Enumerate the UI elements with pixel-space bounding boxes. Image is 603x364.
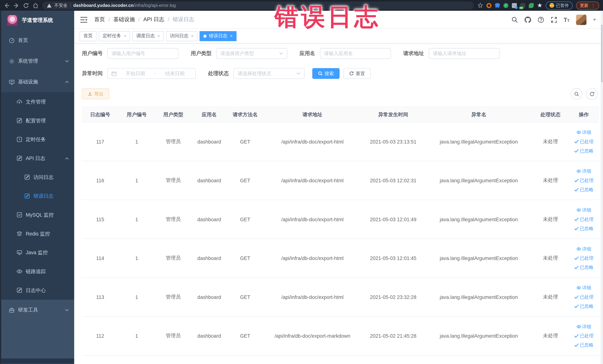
mark-processed-link[interactable]: 已处理	[574, 138, 593, 145]
detail-link[interactable]: 详细	[576, 168, 591, 175]
detail-link[interactable]: 详细	[576, 129, 591, 136]
font-size-icon[interactable]: TT	[564, 17, 570, 23]
table-row[interactable]: 115 1 管理员 dashboard GET /api/infra/db-do…	[82, 200, 599, 239]
mark-processed-link[interactable]: 已处理	[574, 294, 593, 300]
home-icon[interactable]	[33, 2, 38, 8]
table-row[interactable]: 112 1 管理员 dashboard GET /api/infra/db-do…	[82, 316, 599, 355]
table-row[interactable]: 113 1 管理员 dashboard GET /api/infra/db-do…	[82, 278, 599, 317]
sidebar-item-系统管理[interactable]: 系统管理	[1, 51, 74, 71]
mark-ignored-link[interactable]: 已忽略	[574, 148, 593, 154]
sidebar-item-MySQL 监控[interactable]: MySQL 监控	[1, 205, 74, 224]
reset-button[interactable]: 重置	[344, 68, 371, 79]
sidebar-item-定时任务[interactable]: 定时任务	[1, 130, 74, 149]
sidebar-item-日志中心[interactable]: 日志中心	[1, 281, 74, 300]
cell-user-type: 管理员	[155, 316, 191, 355]
sidebar-item-API 日志[interactable]: API 日志	[1, 149, 74, 168]
scrollbar-track[interactable]	[601, 11, 603, 364]
check-icon	[574, 265, 579, 270]
fullscreen-icon[interactable]	[551, 16, 557, 23]
exception-time-range-picker[interactable]: 开始日期 - 结束日期	[107, 68, 196, 79]
export-button[interactable]: 导出	[82, 88, 109, 99]
extension-dark-on-badge[interactable]: on	[520, 3, 525, 8]
github-icon[interactable]	[524, 16, 531, 23]
chevron-down-icon[interactable]	[593, 19, 596, 22]
extension-white-puzzle[interactable]	[537, 3, 542, 8]
sidebar-item-Java 监控[interactable]: Java 监控	[1, 243, 74, 262]
mark-processed-link[interactable]: 已处理	[574, 332, 593, 339]
scrollbar-thumb[interactable]	[601, 25, 603, 82]
emoji-face-icon	[550, 3, 554, 8]
refresh-table-button[interactable]	[586, 88, 598, 100]
tab-首页[interactable]: 首页	[80, 31, 96, 41]
breadcrumb-item[interactable]: 基础设施	[114, 16, 135, 23]
avatar[interactable]	[576, 14, 587, 25]
search-button[interactable]: 搜索	[312, 68, 340, 79]
close-icon[interactable]: ×	[191, 34, 194, 38]
extension-orange-ring[interactable]	[487, 3, 491, 8]
table-row[interactable]: 117 1 管理员 dashboard GET /api/infra/db-do…	[82, 122, 599, 161]
app-name-input[interactable]: 请输入应用名	[320, 48, 391, 59]
reload-icon[interactable]	[23, 2, 29, 8]
bookmark-star-icon[interactable]	[478, 3, 483, 8]
paused-badge[interactable]: 已暂停	[546, 1, 573, 10]
extension-green-leaf[interactable]	[529, 3, 534, 8]
table-row[interactable]: 114 1 管理员 dashboard GET /api/infra/db-do…	[82, 239, 599, 278]
mark-ignored-link[interactable]: 已忽略	[574, 186, 593, 193]
mark-processed-link[interactable]: 已处理	[574, 177, 593, 184]
address-bar[interactable]: 不安全 dashboard.yudao.iocoder.cn/infra/log…	[42, 1, 474, 10]
breadcrumb-separator: /	[108, 16, 110, 23]
tab-访问日志[interactable]: 访问日志×	[166, 31, 197, 41]
cell-app-name: dashboard	[191, 316, 227, 355]
mark-processed-link[interactable]: 已处理	[574, 255, 593, 261]
sidebar-item-研发工具[interactable]: 研发工具	[1, 300, 74, 320]
detail-link[interactable]: 详细	[576, 246, 591, 252]
security-label[interactable]: 不安全	[54, 2, 68, 8]
sidebar-toggle-icon[interactable]	[81, 17, 87, 23]
sidebar-item-文件管理[interactable]: 文件管理	[1, 92, 74, 111]
sidebar-item-基础设施[interactable]: 基础设施	[1, 71, 74, 92]
breadcrumb-item[interactable]: 首页	[94, 16, 105, 23]
cell-app-name: dashboard	[191, 200, 227, 239]
sidebar-item-配置管理[interactable]: 配置管理	[1, 111, 74, 130]
breadcrumb-separator: /	[168, 16, 169, 23]
close-icon[interactable]: ×	[157, 34, 160, 38]
sidebar-item-错误日志[interactable]: 错误日志	[1, 187, 74, 205]
breadcrumb-item[interactable]: API 日志	[143, 16, 164, 23]
mark-ignored-link[interactable]: 已忽略	[574, 225, 593, 232]
tab-调度日志[interactable]: 调度日志×	[133, 31, 164, 41]
toggle-search-button[interactable]	[571, 88, 582, 100]
process-status-select[interactable]: 请选择处理状态	[233, 68, 304, 79]
extension-green-check[interactable]: ✓	[503, 3, 509, 8]
browser-menu-icon[interactable]: ⋮	[591, 3, 595, 8]
detail-link[interactable]: 详细	[576, 284, 591, 291]
table-row[interactable]: 116 1 管理员 dashboard GET /api/infra/db-do…	[82, 161, 599, 200]
sidebar-item-访问日志[interactable]: 访问日志	[1, 168, 74, 187]
extension-blue-shield[interactable]	[495, 3, 500, 8]
search-icon[interactable]	[511, 16, 518, 23]
user-id-input[interactable]: 请输入用户编号	[107, 48, 178, 59]
sidebar-item-首页[interactable]: 首页	[1, 30, 74, 51]
close-icon[interactable]: ×	[124, 34, 126, 38]
detail-link[interactable]: 详细	[576, 207, 591, 213]
detail-link[interactable]: 详细	[576, 323, 591, 330]
request-url-input[interactable]: 请输入请求地址	[429, 48, 500, 59]
url-text[interactable]: dashboard.yudao.iocoder.cn/infra/log/api…	[73, 3, 176, 8]
tab-定时任务[interactable]: 定时任务×	[99, 31, 130, 41]
table-header: 用户编号	[118, 107, 155, 122]
mark-ignored-link[interactable]: 已忽略	[574, 303, 593, 309]
sidebar-item-Redis 监控[interactable]: Redis 监控	[1, 224, 74, 243]
help-icon[interactable]	[538, 16, 544, 23]
mark-ignored-link[interactable]: 已忽略	[574, 342, 593, 348]
tab-错误日志[interactable]: 错误日志×	[200, 31, 236, 41]
app-logo-row[interactable]: 芋道管理系统	[1, 11, 74, 30]
mark-ignored-link[interactable]: 已忽略	[574, 264, 593, 270]
sidebar-item-链路追踪[interactable]: 链路追踪	[1, 262, 74, 281]
close-icon[interactable]: ×	[230, 34, 232, 38]
extension-grid-blue-drop[interactable]	[512, 3, 517, 8]
update-button[interactable]: 更新 ⋮	[576, 1, 599, 10]
cell-user-id: 1	[118, 239, 155, 278]
user-type-select[interactable]: 请选择用户类型	[216, 48, 287, 59]
forward-icon[interactable]	[13, 2, 19, 8]
mark-processed-link[interactable]: 已处理	[574, 216, 593, 223]
back-icon[interactable]	[4, 2, 10, 8]
